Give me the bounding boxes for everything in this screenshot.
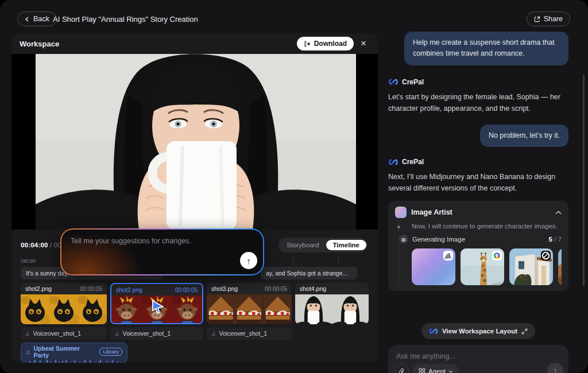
artist-step-text: Now, I will continue to generate charact… [412,223,562,230]
subtitle-bubble[interactable]: ay, and Sophia got a strange... [261,267,357,279]
clip-shot3[interactable]: shot3.png00:00:05 [207,283,292,324]
download-button[interactable]: Download [297,37,354,50]
voiceover-clip[interactable]: ♫Voiceover_shot_1 [110,327,203,340]
music-title: Upbeat Summer Party [34,345,96,359]
image-artist-card: Image Artist Now, I will continue to gen… [388,201,568,291]
top-bar: Back AI Short Play "Annual Rings" Story … [0,0,588,30]
toggle-timeline[interactable]: Timeline [326,240,366,250]
close-icon[interactable]: × [356,36,371,51]
crepal-logo-icon [388,158,399,166]
music-waveform [26,359,122,363]
library-badge: Library [99,348,122,356]
toggle-storyboard[interactable]: Storyboard [280,240,326,250]
paperclip-icon [396,366,406,373]
chat-panel: Help me create a suspense short drama th… [388,32,568,373]
progress-total: / 7 [554,236,562,243]
shark-badge-icon [443,251,453,261]
crepal-logo-icon [429,328,438,335]
share-icon [534,16,540,22]
back-label: Back [33,15,49,23]
voiceover-label: Voiceover_shot_1 [219,330,267,337]
chat-scrollbar[interactable] [583,75,585,286]
chat-input-box: Agent ↑ [388,345,568,373]
music-track-row: ♫ Upbeat Summer Party Library [21,343,369,363]
thumbnail-cliff[interactable] [558,248,562,285]
bot-message: Next, I’ll use Midjourney and Nano Banan… [388,171,568,194]
clip-name: shot2.png [25,285,52,292]
time-current: 00:04:00 [21,242,48,248]
chevron-up-icon[interactable] [555,211,562,215]
ai-model-badge-icon [541,251,551,261]
page-title: AI Short Play "Annual Rings" Story Creat… [53,15,198,24]
step-bullet [397,226,400,228]
generated-thumbnails [412,248,562,285]
crepal-logo-icon [388,78,399,86]
generation-status: Generating Image [412,236,545,243]
user-message: No problem, let’s try it. [480,125,568,147]
agent-selector[interactable]: Agent [413,364,459,373]
voiceover-clip[interactable]: ♫Voiceover_shot_1 [207,327,292,340]
clip-duration: 00:00:05 [265,286,287,292]
voiceover-track: ♫Voiceover_shot_1 ♫Voiceover_shot_1 ♫Voi… [21,327,369,340]
clip-duration: 00:00:05 [175,287,198,293]
thumbnail-giraffe[interactable] [461,248,504,285]
share-button[interactable]: Share [527,11,570,26]
voiceover-clip[interactable]: ♫Voiceover_shot_1 [21,327,107,340]
thumbnail-building[interactable] [509,248,553,285]
music-note-icon: ♫ [25,331,30,337]
clip-shot4[interactable]: shot4.png [295,283,369,324]
clip-duration: 00:00:05 [80,286,102,292]
expand-icon [521,328,528,335]
app-window: Back AI Short Play "Annual Rings" Story … [0,0,588,373]
workspace-panel: Workspace Download × [11,33,378,363]
progress-current: 5 [549,236,552,243]
view-toggle: Storyboard Timeline [278,238,368,252]
back-button[interactable]: Back [17,11,57,26]
bot-message: Let’s start by designing the female lead… [388,91,568,114]
workspace-header: Workspace Download × [11,33,378,54]
view-workspace-layout-button[interactable]: View Workspace Layout [421,323,535,339]
ruler-start-label: 00:00 [22,258,38,264]
video-preview[interactable] [11,54,378,230]
google-badge-icon [492,251,502,261]
image-artist-avatar [395,207,407,218]
cursor-icon [151,300,166,314]
image-artist-title: Image Artist [411,208,551,216]
music-note-icon: ♫ [115,331,119,337]
bot-name: CrePal [402,158,424,166]
attach-button[interactable] [394,364,409,373]
clip-shot2-cow-selected[interactable]: shot2.png00:00:05 [110,283,203,324]
user-message: Help me create a suspense short drama th… [404,32,568,65]
bot-name: CrePal [402,78,424,86]
thumbnail-gradient[interactable] [412,248,455,285]
clip-name: shot4.png [300,285,326,292]
bot-header: CrePal [388,158,568,166]
layout-button-label: View Workspace Layout [442,328,517,335]
clip-name: shot3.png [211,285,238,292]
workspace-title: Workspace [20,40,59,48]
suggestion-input[interactable] [61,230,263,252]
suggestion-prompt: ↑ [60,228,264,275]
download-label: Download [314,40,347,48]
music-note-icon: ♫ [211,331,216,337]
agent-label: Agent [428,368,446,373]
image-generation-icon: ▦ [399,235,408,244]
music-note-icon: ♫ [26,349,30,355]
voiceover-label: Voiceover_shot_1 [33,330,81,337]
clip-track: shot2.png00:00:05 shot2.png00:00:05 shot… [21,283,369,324]
chevron-left-icon [25,17,30,22]
share-label: Share [544,15,563,23]
voiceover-label: Voiceover_shot_1 [123,330,171,337]
export-icon [304,41,311,47]
agent-icon [419,368,425,373]
clip-shot2-cat[interactable]: shot2.png00:00:05 [21,283,107,324]
music-clip[interactable]: ♫ Upbeat Summer Party Library [21,343,127,363]
clip-name: shot2.png [116,286,142,293]
prompt-send-button[interactable]: ↑ [240,252,257,269]
bot-header: CrePal [388,78,568,86]
preview-frame-portrait [36,54,356,230]
chevron-down-icon [448,370,453,373]
